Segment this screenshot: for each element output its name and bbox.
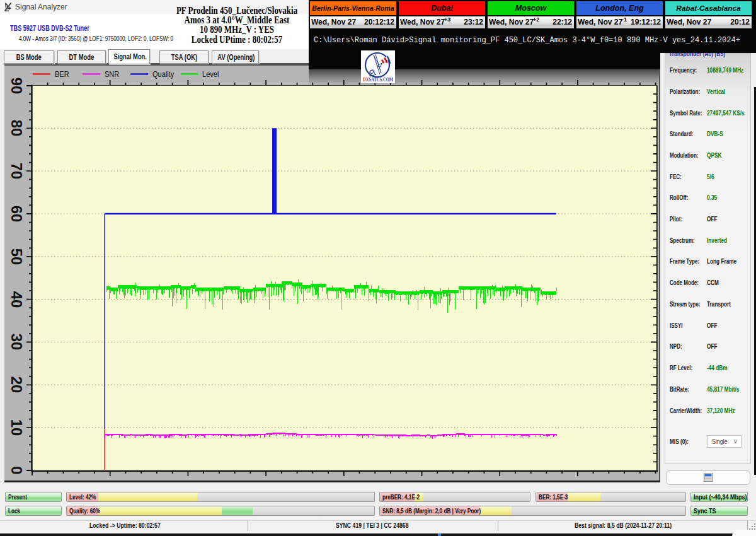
svg-text:10: 10 (8, 419, 25, 436)
svg-text:60: 60 (8, 206, 25, 223)
svg-text:50: 50 (8, 248, 25, 265)
svg-text:0: 0 (8, 466, 25, 474)
svg-text:70: 70 (8, 163, 25, 180)
svg-text:90: 90 (8, 78, 25, 95)
svg-text:DXSATCS.COM: DXSATCS.COM (363, 76, 393, 83)
svg-text:20: 20 (8, 376, 25, 393)
svg-text:80: 80 (8, 120, 25, 137)
svg-text:40: 40 (8, 291, 25, 308)
svg-text:30: 30 (8, 334, 25, 351)
